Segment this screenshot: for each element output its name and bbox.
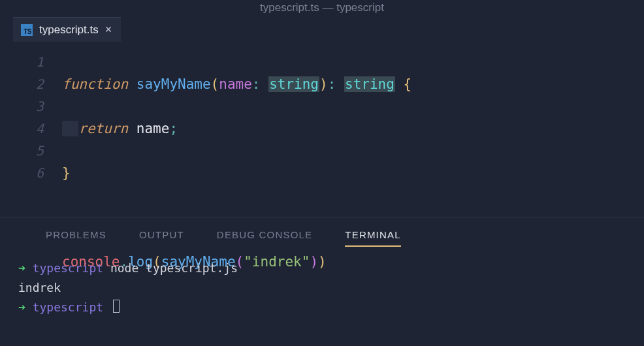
code-line: function sayMyName(name: string): string… xyxy=(62,73,411,95)
prompt-arrow-icon: ➜ xyxy=(18,300,25,314)
tab-problems[interactable]: PROBLEMS xyxy=(46,229,106,247)
window-title: typescript.ts — typescript xyxy=(0,0,644,17)
tab-typescript[interactable]: TS typescript.ts × xyxy=(13,17,121,42)
tab-filename: typescript.ts xyxy=(39,24,99,37)
code-area[interactable]: function sayMyName(name: string): string… xyxy=(62,51,411,217)
tab-terminal[interactable]: TERMINAL xyxy=(345,229,400,247)
editor[interactable]: 1 2 3 4 5 6 function sayMyName(name: str… xyxy=(0,42,644,217)
line-number: 4 xyxy=(0,118,44,140)
line-number: 3 xyxy=(0,95,44,118)
tab-debug-console[interactable]: DEBUG CONSOLE xyxy=(217,229,312,247)
typescript-icon: TS xyxy=(21,24,33,36)
cursor-icon xyxy=(113,300,120,313)
code-line: } xyxy=(62,162,411,184)
line-number: 5 xyxy=(0,140,44,162)
line-number: 1 xyxy=(0,51,44,73)
line-gutter: 1 2 3 4 5 6 xyxy=(0,51,62,217)
line-number: 6 xyxy=(0,162,44,184)
prompt-arrow-icon: ➜ xyxy=(18,261,25,275)
line-number: 2 xyxy=(0,73,44,95)
code-line: ..return name; xyxy=(62,118,411,140)
code-line xyxy=(62,206,411,228)
tab-output[interactable]: OUTPUT xyxy=(139,229,184,247)
tab-bar: TS typescript.ts × xyxy=(0,17,644,42)
close-icon[interactable]: × xyxy=(105,23,112,37)
